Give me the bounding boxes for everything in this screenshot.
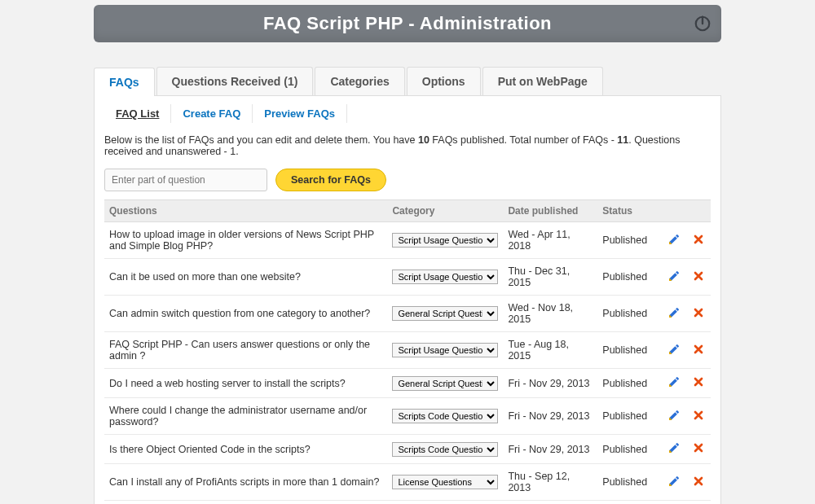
- tab-faqs[interactable]: FAQs: [94, 68, 155, 96]
- edit-cell: [662, 222, 686, 259]
- pencil-icon[interactable]: [667, 409, 681, 422]
- date-cell: Thu - Sep 12, 2013: [503, 464, 597, 501]
- category-select[interactable]: Script Usage QuestionsGeneral Script Que…: [392, 233, 498, 248]
- faqs-panel: FAQ ListCreate FAQPreview FAQs Below is …: [94, 95, 721, 504]
- edit-cell: [662, 435, 686, 464]
- status-cell: Published: [597, 435, 662, 464]
- intro-prefix: Below is the list of FAQs and you can ed…: [104, 134, 418, 146]
- category-select[interactable]: Script Usage QuestionsGeneral Script Que…: [392, 475, 498, 489]
- pencil-icon[interactable]: [667, 306, 681, 319]
- faq-table: Questions Category Date published Status…: [104, 199, 711, 504]
- table-row: FAQ Script PHP - Can users answer questi…: [104, 332, 711, 369]
- pencil-icon[interactable]: [667, 475, 681, 488]
- edit-cell: [662, 369, 686, 398]
- delete-cell: [686, 435, 711, 464]
- edit-cell: [662, 464, 686, 501]
- edit-cell: [662, 332, 686, 369]
- close-icon[interactable]: [692, 475, 705, 488]
- category-cell: Script Usage QuestionsGeneral Script Que…: [387, 435, 503, 464]
- category-cell: Script Usage QuestionsGeneral Script Que…: [387, 398, 503, 435]
- col-status: Status: [597, 200, 662, 222]
- subtab-preview-faqs[interactable]: Preview FAQs: [253, 104, 347, 123]
- pencil-icon[interactable]: [667, 375, 681, 388]
- question-cell: Do I need a web hosting server to instal…: [104, 369, 387, 398]
- close-icon[interactable]: [692, 306, 705, 319]
- delete-cell: [686, 501, 711, 505]
- tab-options[interactable]: Options: [407, 67, 481, 95]
- status-cell: Published: [597, 398, 662, 435]
- question-cell: Where could I change the administrator u…: [104, 398, 387, 435]
- date-cell: Wed - Nov 18, 2015: [503, 296, 597, 332]
- question-cell: What type of License comes along with sc…: [104, 501, 387, 505]
- delete-cell: [686, 332, 711, 369]
- status-cell: Published: [597, 332, 662, 369]
- category-select[interactable]: Script Usage QuestionsGeneral Script Que…: [392, 376, 498, 391]
- close-icon[interactable]: [692, 441, 705, 454]
- date-cell: Tue - Aug 18, 2015: [503, 332, 597, 369]
- category-select[interactable]: Script Usage QuestionsGeneral Script Que…: [392, 270, 498, 284]
- date-cell: Wed - Apr 11, 2018: [503, 222, 597, 259]
- col-delete: [686, 200, 711, 222]
- category-cell: Script Usage QuestionsGeneral Script Que…: [387, 296, 503, 332]
- close-icon[interactable]: [692, 270, 705, 283]
- table-row: Is there Object Oriented Code in the scr…: [104, 435, 711, 464]
- status-cell: Published: [597, 222, 662, 259]
- search-bar: Search for FAQs: [104, 169, 711, 191]
- intro-suffix: .: [236, 146, 238, 157]
- question-cell: Is there Object Oriented Code in the scr…: [104, 435, 387, 464]
- search-input[interactable]: [104, 169, 267, 191]
- sub-tabs: FAQ ListCreate FAQPreview FAQs: [104, 104, 711, 123]
- date-cell: Fri - Nov 29, 2013: [503, 398, 597, 435]
- status-cell: Published: [597, 501, 662, 505]
- page-title: FAQ Script PHP - Administration: [263, 13, 552, 34]
- close-icon[interactable]: [692, 343, 705, 356]
- delete-cell: [686, 296, 711, 332]
- table-row: How to upload image in older versions of…: [104, 222, 711, 259]
- tab-questions-received-1-[interactable]: Questions Received (1): [156, 67, 314, 95]
- category-cell: Script Usage QuestionsGeneral Script Que…: [387, 501, 503, 505]
- date-cell: Thu - Sep 12, 2013: [503, 501, 597, 505]
- tab-categories[interactable]: Categories: [315, 67, 404, 95]
- delete-cell: [686, 222, 711, 259]
- pencil-icon[interactable]: [667, 270, 681, 283]
- question-cell: How to upload image in older versions of…: [104, 222, 387, 259]
- category-cell: Script Usage QuestionsGeneral Script Que…: [387, 464, 503, 501]
- pencil-icon[interactable]: [667, 441, 681, 454]
- delete-cell: [686, 398, 711, 435]
- category-cell: Script Usage QuestionsGeneral Script Que…: [387, 259, 503, 296]
- category-cell: Script Usage QuestionsGeneral Script Que…: [387, 369, 503, 398]
- date-cell: Fri - Nov 29, 2013: [503, 435, 597, 464]
- status-cell: Published: [597, 296, 662, 332]
- tab-put-on-webpage[interactable]: Put on WebPage: [482, 67, 603, 95]
- status-cell: Published: [597, 259, 662, 296]
- delete-cell: [686, 259, 711, 296]
- date-cell: Thu - Dec 31, 2015: [503, 259, 597, 296]
- table-row: Where could I change the administrator u…: [104, 398, 711, 435]
- subtab-create-faq[interactable]: Create FAQ: [171, 104, 253, 123]
- delete-cell: [686, 369, 711, 398]
- table-row: Can I install any of ProfiAnts scripts i…: [104, 464, 711, 501]
- pencil-icon[interactable]: [667, 233, 681, 246]
- search-button[interactable]: Search for FAQs: [275, 169, 386, 191]
- close-icon[interactable]: [692, 233, 705, 246]
- category-select[interactable]: Script Usage QuestionsGeneral Script Que…: [392, 343, 498, 357]
- edit-cell: [662, 501, 686, 505]
- category-select[interactable]: Script Usage QuestionsGeneral Script Que…: [392, 442, 498, 457]
- table-row: Can admin switch question from one categ…: [104, 296, 711, 332]
- category-select[interactable]: Script Usage QuestionsGeneral Script Que…: [392, 409, 498, 423]
- col-date: Date published: [503, 200, 597, 222]
- power-icon[interactable]: [694, 15, 711, 33]
- date-cell: Fri - Nov 29, 2013: [503, 369, 597, 398]
- subtab-faq-list[interactable]: FAQ List: [104, 104, 171, 123]
- delete-cell: [686, 464, 711, 501]
- col-questions: Questions: [104, 200, 387, 222]
- pencil-icon[interactable]: [667, 343, 681, 356]
- question-cell: Can admin switch question from one categ…: [104, 296, 387, 332]
- close-icon[interactable]: [692, 375, 705, 388]
- col-edit: [662, 200, 686, 222]
- edit-cell: [662, 296, 686, 332]
- category-select[interactable]: Script Usage QuestionsGeneral Script Que…: [392, 306, 498, 321]
- intro-mid1: FAQs published. Total number of FAQs -: [430, 134, 617, 146]
- close-icon[interactable]: [692, 409, 705, 422]
- table-row: Do I need a web hosting server to instal…: [104, 369, 711, 398]
